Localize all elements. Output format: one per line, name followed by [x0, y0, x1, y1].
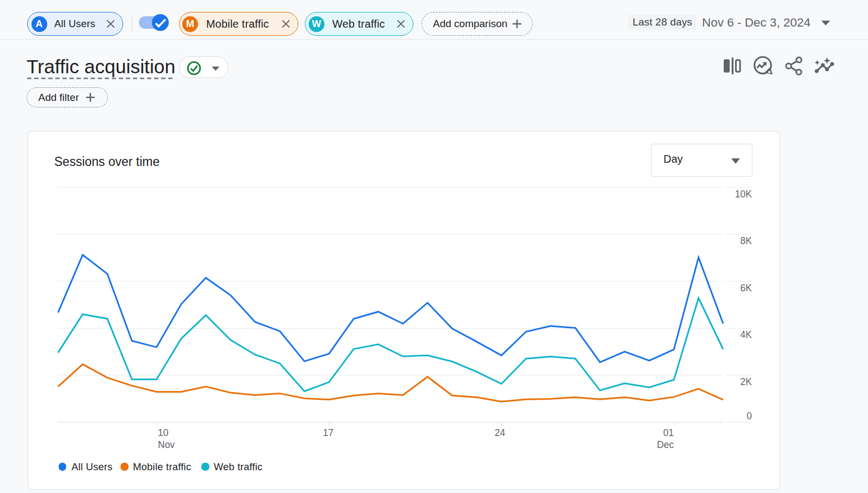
svg-text:0: 0 [746, 411, 752, 421]
svg-text:2K: 2K [741, 376, 752, 387]
svg-text:10K: 10K [735, 189, 752, 200]
svg-text:17: 17 [323, 427, 333, 438]
svg-text:8K: 8K [741, 235, 752, 246]
svg-text:10: 10 [158, 427, 169, 438]
svg-text:Nov: Nov [158, 439, 175, 450]
svg-text:6K: 6K [741, 283, 752, 293]
svg-text:4K: 4K [741, 329, 752, 340]
svg-text:01: 01 [663, 427, 674, 438]
svg-text:24: 24 [495, 427, 506, 438]
svg-text:Dec: Dec [657, 439, 674, 450]
